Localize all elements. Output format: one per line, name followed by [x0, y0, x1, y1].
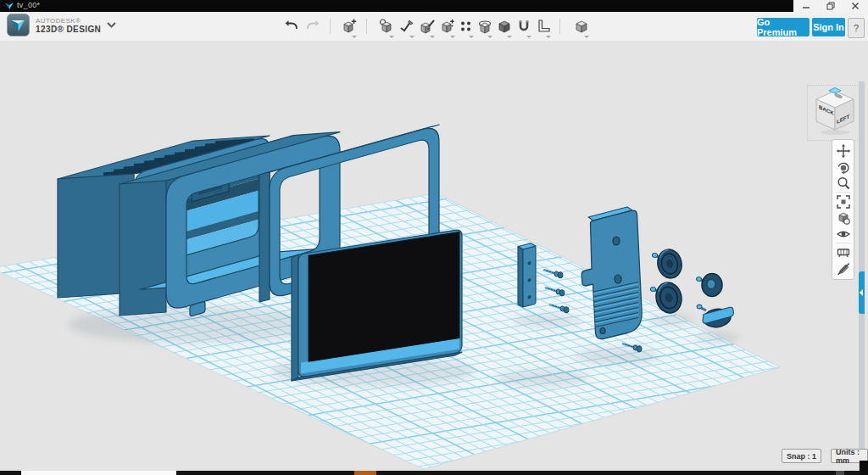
- toolbar-separator: [366, 19, 367, 34]
- navigation-panel: [832, 139, 854, 280]
- snap-tool-button[interactable]: [514, 16, 534, 36]
- construct-tool-button[interactable]: [417, 16, 437, 36]
- toolbar-separator: [330, 19, 331, 34]
- fit-icon[interactable]: [832, 193, 854, 210]
- viewport-3d-scene[interactable]: [0, 41, 868, 472]
- slide-out-panel-tab[interactable]: [859, 271, 865, 314]
- measure-tool-button[interactable]: [533, 16, 554, 36]
- orbit-icon[interactable]: [832, 159, 854, 175]
- brand-line1: AUTODESK®: [36, 17, 101, 25]
- part-screen-panel[interactable]: [292, 229, 462, 381]
- transform-tool-button[interactable]: [339, 16, 359, 36]
- app-brand[interactable]: AUTODESK® 123D® DESIGN: [7, 14, 116, 36]
- sketch-tool-button[interactable]: [397, 16, 417, 36]
- restore-icon[interactable]: [826, 2, 835, 10]
- app-logo-icon: [7, 14, 30, 36]
- taskbar-item[interactable]: [354, 471, 376, 475]
- arrow-left-icon: [860, 289, 863, 296]
- viewport-canvas[interactable]: BACK LEFT: [0, 41, 868, 472]
- go-premium-button[interactable]: Go Premium: [757, 18, 810, 36]
- material-icon[interactable]: [832, 210, 854, 226]
- part-mounting-bar[interactable]: [518, 243, 536, 307]
- minimize-icon[interactable]: [802, 2, 810, 10]
- part-knobs[interactable]: [697, 274, 734, 329]
- hide-sketch-icon[interactable]: [832, 260, 854, 277]
- view-settings-button[interactable]: [571, 16, 592, 36]
- close-icon[interactable]: [851, 2, 860, 10]
- toolbar-separator: [559, 19, 560, 34]
- app-logo-small-icon: [4, 2, 14, 10]
- chevron-down-icon[interactable]: [107, 22, 116, 28]
- snap-setting[interactable]: Snap : 1: [782, 449, 821, 463]
- window-controls: [793, 0, 868, 12]
- zoom-icon[interactable]: [832, 175, 854, 191]
- app-brand-text: AUTODESK® 123D® DESIGN: [36, 17, 101, 34]
- title-bar: tv_00*: [0, 0, 868, 12]
- modify-tool-button[interactable]: [437, 16, 458, 36]
- combine-tool-button[interactable]: [494, 16, 515, 36]
- visibility-eye-icon[interactable]: [832, 226, 854, 242]
- brand-line2: 123D® DESIGN: [36, 25, 101, 34]
- pan-icon[interactable]: [832, 142, 854, 159]
- sign-in-button[interactable]: Sign In: [812, 18, 845, 36]
- window-title: tv_00*: [17, 1, 40, 9]
- taskbar-corner[interactable]: [860, 461, 868, 475]
- pattern-tool-button[interactable]: [456, 16, 476, 36]
- nav-separator: [836, 243, 850, 243]
- redo-button[interactable]: [303, 16, 323, 36]
- taskbar-item[interactable]: [836, 471, 844, 475]
- undo-button[interactable]: [281, 16, 302, 36]
- view-cube[interactable]: BACK LEFT: [807, 85, 863, 141]
- parts-grid-icon[interactable]: [832, 244, 854, 260]
- grouping-tool-button[interactable]: [475, 16, 495, 36]
- os-taskbar[interactable]: [0, 471, 868, 475]
- taskbar-item[interactable]: [21, 471, 176, 475]
- help-button[interactable]: ?: [848, 18, 865, 38]
- nav-separator: [836, 192, 850, 193]
- main-toolbar: AUTODESK® 123D® DESIGN: [0, 12, 868, 42]
- primitives-tool-button[interactable]: [376, 16, 397, 36]
